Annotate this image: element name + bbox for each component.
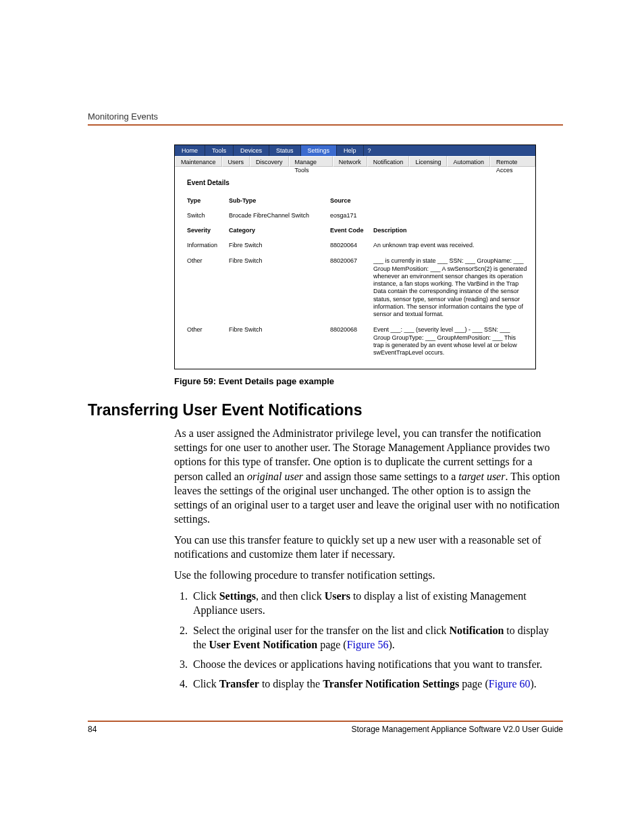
ui-users: Users bbox=[325, 590, 350, 602]
sub-licensing[interactable]: Licensing bbox=[409, 156, 447, 167]
panel-title: Event Details bbox=[187, 179, 527, 186]
text: ). bbox=[531, 678, 537, 689]
cell-description: Event ___: ___ (severity level ___) - __… bbox=[373, 325, 527, 358]
link-figure-56[interactable]: Figure 56 bbox=[347, 639, 389, 650]
step-1: Click Settings, and then click Users to … bbox=[190, 589, 563, 617]
sub-manage-tools[interactable]: Manage Tools bbox=[289, 156, 333, 167]
text: page ( bbox=[317, 639, 347, 650]
cell-subtype: Brocade FibreChannel Switch bbox=[229, 211, 327, 220]
cell-type: Switch bbox=[187, 211, 226, 220]
sub-discovery[interactable]: Discovery bbox=[250, 156, 289, 167]
sub-notification[interactable]: Notification bbox=[367, 156, 410, 167]
page-number: 84 bbox=[88, 725, 97, 734]
cell-blank bbox=[373, 211, 527, 220]
menu-settings[interactable]: Settings bbox=[301, 145, 338, 156]
cell-severity: Other bbox=[187, 256, 226, 319]
col-blank bbox=[373, 196, 527, 205]
cell-severity: Other bbox=[187, 325, 226, 358]
col-type: Type bbox=[187, 196, 226, 205]
doc-title: Storage Management Appliance Software V2… bbox=[351, 725, 563, 734]
cell-description: ___ is currently in state ___ SSN: ___ G… bbox=[373, 256, 527, 319]
help-icon[interactable]: ? bbox=[364, 145, 375, 156]
term-target-user: target user bbox=[458, 471, 505, 482]
text: Click bbox=[193, 590, 219, 602]
footer-rule bbox=[88, 721, 563, 722]
cell-severity: Information bbox=[187, 240, 226, 251]
menu-tools[interactable]: Tools bbox=[205, 145, 234, 156]
text: , and then click bbox=[256, 590, 325, 602]
menu-devices[interactable]: Devices bbox=[234, 145, 269, 156]
cell-category: Fibre Switch bbox=[229, 325, 327, 358]
paragraph-3: Use the following procedure to transfer … bbox=[174, 568, 563, 582]
ui-transfer-notification-settings: Transfer Notification Settings bbox=[323, 678, 459, 689]
menu-status[interactable]: Status bbox=[269, 145, 301, 156]
text: to display the bbox=[259, 678, 323, 689]
ui-settings: Settings bbox=[219, 590, 256, 602]
app-menubar: Home Tools Devices Status Settings Help … bbox=[175, 145, 535, 156]
col-eventcode: Event Code bbox=[330, 226, 371, 235]
text: Select the original user for the transfe… bbox=[193, 625, 449, 636]
col-severity: Severity bbox=[187, 226, 226, 235]
ui-transfer: Transfer bbox=[219, 678, 259, 689]
paragraph-2: You can use this transfer feature to qui… bbox=[174, 533, 563, 561]
col-subtype: Sub-Type bbox=[229, 196, 327, 205]
sub-maintenance[interactable]: Maintenance bbox=[175, 156, 222, 167]
cell-category: Fibre Switch bbox=[229, 240, 327, 251]
menu-help[interactable]: Help bbox=[337, 145, 364, 156]
term-original-user: original user bbox=[247, 471, 303, 482]
app-subbar: Maintenance Users Discovery Manage Tools… bbox=[175, 156, 535, 167]
col-category: Category bbox=[229, 226, 327, 235]
link-figure-60[interactable]: Figure 60 bbox=[489, 678, 531, 689]
figure-caption: Figure 59: Event Details page example bbox=[174, 376, 563, 386]
procedure-steps: Click Settings, and then click Users to … bbox=[174, 589, 563, 691]
text: page ( bbox=[459, 678, 489, 689]
event-details-screenshot: Home Tools Devices Status Settings Help … bbox=[174, 145, 536, 369]
cell-code: 88020068 bbox=[330, 325, 371, 358]
step-2: Select the original user for the transfe… bbox=[190, 623, 563, 652]
event-details-grid: Type Sub-Type Source Switch Brocade Fibr… bbox=[187, 196, 527, 358]
sub-automation[interactable]: Automation bbox=[447, 156, 490, 167]
menu-home[interactable]: Home bbox=[175, 145, 205, 156]
cell-category: Fibre Switch bbox=[229, 256, 327, 319]
text: ). bbox=[388, 639, 394, 650]
col-description: Description bbox=[373, 226, 527, 235]
cell-code: 88020067 bbox=[330, 256, 371, 319]
ui-user-event-notification: User Event Notification bbox=[209, 639, 318, 650]
paragraph-1: As a user assigned the Administrator pri… bbox=[174, 426, 563, 526]
cell-source: eosga171 bbox=[330, 211, 371, 220]
sub-network[interactable]: Network bbox=[333, 156, 367, 167]
header-rule bbox=[88, 124, 563, 126]
text: and assign those same settings to a bbox=[303, 471, 458, 482]
running-header: Monitoring Events bbox=[88, 111, 563, 122]
sub-users[interactable]: Users bbox=[222, 156, 250, 167]
sub-remote-access[interactable]: Remote Acces bbox=[490, 156, 535, 167]
event-details-panel: Event Details Type Sub-Type Source Switc… bbox=[175, 167, 535, 369]
document-page: Monitoring Events Home Tools Devices Sta… bbox=[0, 0, 644, 775]
ui-notification: Notification bbox=[449, 625, 504, 636]
text: Click bbox=[193, 678, 219, 689]
cell-description: An unknown trap event was received. bbox=[373, 240, 527, 251]
cell-code: 88020064 bbox=[330, 240, 371, 251]
step-4: Click Transfer to display the Transfer N… bbox=[190, 677, 563, 691]
section-heading: Transferring User Event Notifications bbox=[88, 401, 563, 419]
col-source: Source bbox=[330, 196, 371, 205]
page-footer: 84 Storage Management Appliance Software… bbox=[88, 725, 563, 734]
step-3: Choose the devices or applications havin… bbox=[190, 657, 563, 671]
